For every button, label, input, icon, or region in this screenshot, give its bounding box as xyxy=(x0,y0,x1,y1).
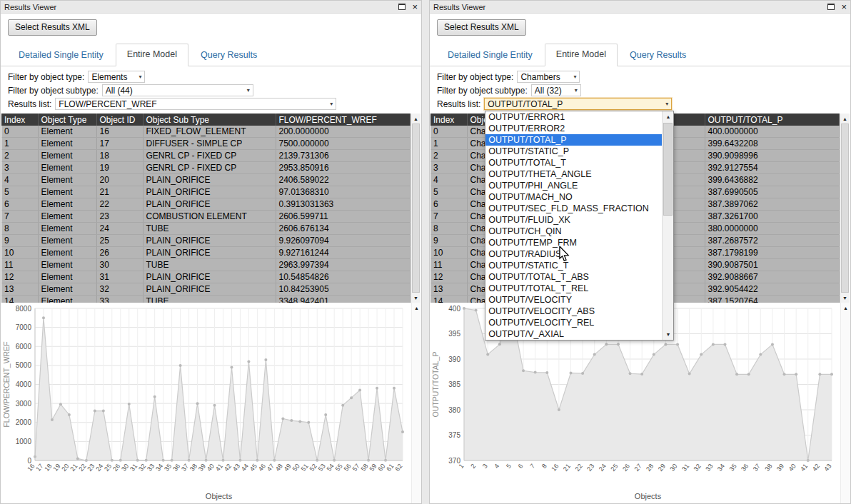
dropdown-option[interactable]: OUTPUT/MACH_NO xyxy=(485,191,662,203)
table-row[interactable]: 10Element26PLAIN_ORIFICE9.927161244 xyxy=(1,247,411,259)
filter-type-label: Filter by object type: xyxy=(437,72,513,82)
table-row[interactable]: 7Element23COMBUSTION ELEMENT2606.599711 xyxy=(1,211,411,223)
svg-text:2: 2 xyxy=(469,463,477,470)
table-cell: Element xyxy=(38,186,96,198)
table-row[interactable]: 6Element22PLAIN_ORIFICE0.3913031363 xyxy=(1,198,411,211)
dropdown-option[interactable]: OUTPUT/STATIC_P xyxy=(485,146,662,157)
results-dropdown-items: OUTPUT/ERROR1OUTPUT/ERROR2OUTPUT/TOTAL_P… xyxy=(485,111,662,340)
table-cell: 390.9087501 xyxy=(705,259,840,271)
close-icon[interactable]: × xyxy=(841,3,847,11)
table-row[interactable]: 4Element20PLAIN_ORIFICE2406.589022 xyxy=(1,174,411,186)
scrollbar-thumb[interactable] xyxy=(412,124,420,293)
table-row[interactable]: 8Element24TUBE2606.676134 xyxy=(1,223,411,235)
object-subtype-select[interactable]: All (44) ▾ xyxy=(102,84,253,96)
dropdown-option[interactable]: OUTPUT/PHI_ANGLE xyxy=(485,180,662,191)
table-row[interactable]: 13Element32PLAIN_ORIFICE10.84253905 xyxy=(1,283,411,296)
dropdown-option[interactable]: OUTPUT/TOTAL_T xyxy=(485,157,662,168)
table-scrollbar[interactable]: ▲ ▼ xyxy=(840,114,850,303)
svg-text:40: 40 xyxy=(787,463,797,473)
table-row[interactable]: 0Element16FIXED_FLOW_ELEMENT200.0000000 xyxy=(1,126,411,138)
svg-text:34: 34 xyxy=(716,463,726,473)
select-results-xml-button[interactable]: Select Results XML xyxy=(437,19,526,36)
panel-titlebar[interactable]: Results Viewer × xyxy=(430,1,850,14)
table-cell: 14 xyxy=(430,296,467,303)
panel-title: Results Viewer xyxy=(433,3,827,11)
dropdown-option[interactable]: OUTPUT/STATIC_T xyxy=(485,260,662,271)
column-header[interactable]: Index xyxy=(1,114,38,126)
table-scrollbar[interactable]: ▲ ▼ xyxy=(411,114,421,303)
tab-query-results[interactable]: Query Results xyxy=(190,45,268,66)
chart-scrollbar[interactable]: ▲ xyxy=(411,303,421,503)
scroll-up-icon[interactable]: ▲ xyxy=(663,111,673,122)
panel-titlebar[interactable]: Results Viewer × xyxy=(1,1,421,14)
table-row[interactable]: 12Element31PLAIN_ORIFICE10.54854826 xyxy=(1,271,411,283)
object-type-select[interactable]: Elements ▾ xyxy=(88,71,145,83)
svg-text:Objects: Objects xyxy=(635,492,662,500)
svg-text:400: 400 xyxy=(448,305,460,313)
table-row[interactable]: 9Element25PLAIN_ORIFICE9.926097094 xyxy=(1,235,411,247)
dropdown-option[interactable]: OUTPUT/FLUID_XK xyxy=(485,214,662,226)
table-row[interactable]: 5Element21PLAIN_ORIFICE97.01368310 xyxy=(1,186,411,198)
column-header[interactable]: Object Sub Type xyxy=(143,114,276,126)
table-cell: TUBE xyxy=(143,223,276,235)
object-subtype-select[interactable]: All (32) ▾ xyxy=(531,84,581,96)
tab-bar: Detailed Single Entity Entire Model Quer… xyxy=(1,40,421,66)
table-cell: 9.927161244 xyxy=(276,247,411,259)
scroll-down-icon[interactable]: ▼ xyxy=(663,329,673,340)
dropdown-option[interactable]: OUTPUT/VELOCITY xyxy=(485,294,662,306)
tab-entire-model[interactable]: Entire Model xyxy=(545,44,618,66)
svg-text:3000: 3000 xyxy=(16,400,32,408)
dropdown-option[interactable]: OUTPUT/TOTAL_P xyxy=(485,134,662,146)
dropdown-option[interactable]: OUTPUT/SEC_FLD_MASS_FRACTION xyxy=(485,203,662,214)
close-icon[interactable]: × xyxy=(412,3,418,11)
scroll-down-icon[interactable]: ▼ xyxy=(411,293,421,303)
table-row[interactable]: 14Element33TUBE3348.942401 xyxy=(1,296,411,303)
scroll-up-icon[interactable]: ▲ xyxy=(411,114,421,124)
scroll-down-icon[interactable]: ▼ xyxy=(840,293,850,303)
scroll-up-icon[interactable]: ▲ xyxy=(412,303,421,313)
column-header[interactable]: Object Type xyxy=(38,114,96,126)
tab-detailed-single-entity[interactable]: Detailed Single Entity xyxy=(8,45,114,66)
chart-scrollbar[interactable]: ▲ xyxy=(840,303,850,503)
column-header[interactable]: Object ID xyxy=(96,114,143,126)
results-list-select[interactable]: FLOW/PERCENT_WREF ▾ xyxy=(55,98,336,110)
dropdown-option[interactable]: OUTPUT/VELOCITY_REL xyxy=(485,317,662,328)
results-list-select[interactable]: OUTPUT/TOTAL_P ▾ xyxy=(484,98,672,110)
dropdown-option[interactable]: OUTPUT/CH_QIN xyxy=(485,226,662,237)
column-header[interactable]: Index xyxy=(430,114,467,126)
table-row[interactable]: 1Element17DIFFUSER - SIMPLE CP7500.00000… xyxy=(1,138,411,150)
table-cell: Element xyxy=(38,198,96,211)
table-cell: 1 xyxy=(1,138,38,150)
dropdown-option[interactable]: OUTPUT/TEMP_FRM xyxy=(485,237,662,248)
object-type-select[interactable]: Chambers ▾ xyxy=(517,71,580,83)
scroll-up-icon[interactable]: ▲ xyxy=(841,303,850,313)
scrollbar-thumb[interactable] xyxy=(841,124,849,293)
scrollbar-thumb[interactable] xyxy=(663,123,673,216)
table-cell: Element xyxy=(38,247,96,259)
dropdown-option[interactable]: OUTPUT/VELOCITY_ABS xyxy=(485,306,662,317)
svg-text:7: 7 xyxy=(528,463,536,470)
float-window-icon[interactable] xyxy=(398,4,406,10)
dropdown-option[interactable]: OUTPUT/RADIUS xyxy=(485,248,662,260)
dropdown-option[interactable]: OUTPUT/ERROR1 xyxy=(485,111,662,123)
tab-entire-model[interactable]: Entire Model xyxy=(116,44,188,66)
table-row[interactable]: 2Element18GENRL CP - FIXED CP2139.731306 xyxy=(1,150,411,162)
table-cell: 10 xyxy=(430,247,467,259)
select-results-xml-button[interactable]: Select Results XML xyxy=(8,19,97,36)
table-row[interactable]: 3Element19GENRL CP - FIXED CP2953.850916 xyxy=(1,162,411,174)
float-window-icon[interactable] xyxy=(827,4,835,10)
dropdown-option[interactable]: OUTPUT/TOTAL_T_REL xyxy=(485,283,662,294)
tab-detailed-single-entity[interactable]: Detailed Single Entity xyxy=(437,45,543,66)
dropdown-option[interactable]: OUTPUT/ERROR2 xyxy=(485,123,662,134)
dropdown-option[interactable]: OUTPUT/TOTAL_T_ABS xyxy=(485,271,662,283)
tab-query-results[interactable]: Query Results xyxy=(619,45,697,66)
column-header[interactable]: FLOW/PERCENT_WREF xyxy=(276,114,411,126)
column-header[interactable]: OUTPUT/TOTAL_P xyxy=(705,114,840,126)
table-cell: 387.6990505 xyxy=(705,186,840,198)
dropdown-scrollbar[interactable]: ▲ ▼ xyxy=(662,111,673,340)
table-row[interactable]: 11Element30TUBE2963.997394 xyxy=(1,259,411,271)
scroll-up-icon[interactable]: ▲ xyxy=(840,114,850,124)
chevron-down-icon: ▾ xyxy=(661,101,668,107)
dropdown-option[interactable]: OUTPUT/V_AXIAL xyxy=(485,328,662,340)
dropdown-option[interactable]: OUTPUT/THETA_ANGLE xyxy=(485,168,662,180)
